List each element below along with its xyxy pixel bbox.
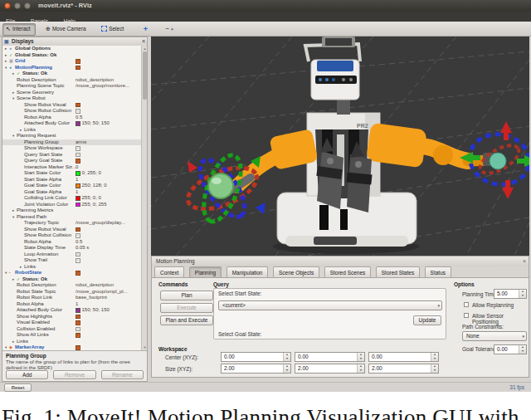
size-z-spinbox[interactable]: 2.00▲▼ (368, 364, 439, 374)
tree-row[interactable]: Show All Links✓ (2, 332, 141, 339)
spinner-arrows-icon[interactable]: ▲▼ (283, 353, 290, 361)
checkbox-checked[interactable]: ✓ (76, 103, 80, 108)
tree-row[interactable]: ▸Scene Geometry (2, 90, 141, 96)
tree-row[interactable]: Goal State Color250; 128; 0 (2, 183, 141, 189)
tree-row[interactable]: Start State Color0; 255; 0 (2, 170, 141, 177)
tab-stored-states[interactable]: Stored States (376, 266, 420, 277)
tree-row[interactable]: ▸✓Status: Ok (2, 276, 141, 283)
tree-row[interactable]: ▾●MotionPlanning✓ (2, 65, 141, 71)
tree-row[interactable]: Attached Body Color150; 50; 150 (2, 307, 141, 314)
center-z-spinbox[interactable]: 0.00▲▼ (368, 352, 439, 362)
tool-move-camera[interactable]: ⊕Move Camera (42, 23, 91, 36)
tree-row[interactable]: ▾Scene Robot (2, 95, 141, 102)
tab-context[interactable]: Context (154, 266, 184, 277)
checkbox-checked[interactable]: ✓ (76, 66, 80, 71)
goal-tolerance-spinbox[interactable]: 0.00▲▼ (494, 344, 527, 354)
tab-manipulation[interactable]: Manipulation (227, 266, 269, 277)
checkbox-checked[interactable]: ✓ (76, 159, 80, 164)
start-state-combo[interactable]: <current>▾ (218, 300, 442, 310)
plan-and-execute-button[interactable]: Plan and Execute (160, 315, 213, 325)
tab-scene-objects[interactable]: Scene Objects (273, 266, 319, 277)
checkbox-checked[interactable]: ✓ (76, 345, 80, 350)
tree-row[interactable]: Start State Alpha1 (2, 177, 141, 183)
checkbox-checked[interactable]: ✓ (76, 315, 80, 320)
checkbox-unchecked[interactable]: – (76, 109, 80, 114)
window-maximize-button[interactable] (24, 2, 31, 9)
tree-row[interactable]: Robot Alpha0.5 (2, 115, 141, 121)
checkbox-checked[interactable]: ✓ (76, 333, 80, 338)
tree-row[interactable]: Show Robot Visual✓ (2, 227, 141, 233)
checkbox-checked[interactable]: ✓ (76, 320, 80, 325)
tree-row[interactable]: Show Highlights✓ (2, 314, 141, 320)
tree-row[interactable]: Show Workspace– (2, 145, 141, 152)
3d-viewport[interactable]: PR2 (151, 37, 529, 256)
spinner-arrows-icon[interactable]: ▲▼ (519, 345, 526, 354)
tree-row[interactable]: ▸Links (2, 264, 141, 271)
tree-row[interactable]: Query Goal State✓ (2, 158, 141, 164)
spinner-arrows-icon[interactable]: ▲▼ (357, 364, 364, 373)
tree-row[interactable]: Show Trail– (2, 257, 141, 264)
tab-planning[interactable]: Planning (189, 266, 222, 277)
tree-row[interactable]: ▸▦Grid✓ (2, 58, 141, 65)
tree-row[interactable]: State Display Time0.05 s (2, 245, 141, 252)
add-display-button[interactable]: Add (6, 370, 48, 379)
spinner-arrows-icon[interactable]: ▲▼ (519, 290, 526, 298)
tree-row[interactable]: Show Robot Collision– (2, 108, 141, 115)
panel-close-icon[interactable]: × (523, 256, 526, 266)
size-x-spinbox[interactable]: 2.00▲▼ (221, 364, 291, 374)
tree-row[interactable]: ▸Links (2, 339, 141, 345)
checkbox-checked[interactable]: ✓ (76, 59, 80, 64)
tree-row[interactable]: Robot State Topic/move_group/ompl_pl... (2, 289, 141, 295)
tree-row[interactable]: Loop Animation– (2, 252, 141, 258)
checkbox-checked[interactable]: ✓ (76, 227, 80, 232)
tree-row[interactable]: Robot Root Linkbase_footprint (2, 295, 141, 301)
tool-interact[interactable]: ↖Interact (2, 23, 36, 36)
window-close-button[interactable] (4, 2, 11, 9)
allow-sensor-positioning-checkbox[interactable] (464, 313, 469, 318)
checkbox-unchecked[interactable]: – (76, 153, 80, 158)
tree-row[interactable]: Robot Alpha0.5 (2, 239, 141, 246)
tree-row[interactable]: ▸✓Global Status: Ok (2, 52, 141, 59)
spinner-arrows-icon[interactable]: ▲▼ (357, 353, 364, 361)
tree-row[interactable]: Trajectory Topic/move_group/display... (2, 220, 141, 227)
tree-row[interactable]: Joint Violation Color255; 0; 255 (2, 202, 141, 208)
displays-scrollbar[interactable]: ▲ ▼ (141, 46, 147, 350)
tree-row[interactable]: Robot Alpha1 (2, 301, 141, 308)
scroll-down-icon[interactable]: ▼ (142, 344, 148, 350)
checkbox-unchecked[interactable]: – (76, 233, 80, 238)
tree-row[interactable]: Colliding Link Color255; 0; 0 (2, 195, 141, 202)
execute-button[interactable]: Execute (160, 303, 213, 313)
rename-display-button[interactable]: Rename (101, 370, 144, 379)
tree-row[interactable]: ▸✓Status: Ok (2, 71, 141, 77)
checkbox-unchecked[interactable]: – (76, 146, 80, 151)
tree-row[interactable]: Robot Descriptionrobot_description (2, 77, 141, 84)
path-constraints-combo[interactable]: None▾ (462, 331, 527, 341)
tree-row[interactable]: Planning Scene Topic/move_group/monitore… (2, 83, 141, 90)
remove-tool-button[interactable]: − ▾ (162, 23, 178, 36)
spinner-arrows-icon[interactable]: ▲▼ (431, 353, 438, 361)
tree-row[interactable]: Goal State Alpha1 (2, 189, 141, 196)
tree-row[interactable]: Show Robot Visual✓ (2, 102, 141, 109)
tree-row[interactable]: ▾Planning Request (2, 133, 141, 139)
allow-replanning-checkbox[interactable] (464, 302, 469, 307)
tree-row[interactable]: Visual Enabled✓ (2, 320, 141, 326)
plan-button[interactable]: Plan (160, 291, 213, 300)
planning-time-spinbox[interactable]: 5.00▲▼ (494, 289, 527, 299)
tree-row[interactable]: Planning Grouparms (2, 139, 141, 146)
tab-stored-scenes[interactable]: Stored Scenes (324, 266, 372, 277)
center-x-spinbox[interactable]: 0.00▲▼ (221, 352, 291, 362)
tree-row[interactable]: Interactive Marker Siz...0 (2, 164, 141, 171)
checkbox-unchecked[interactable]: – (76, 327, 80, 332)
tree-row[interactable]: ▸Planning Metrics (2, 208, 141, 214)
spinner-arrows-icon[interactable]: ▲▼ (431, 364, 438, 373)
tree-row[interactable]: ▸●Global Options (2, 46, 141, 52)
tree-row[interactable]: Robot Descriptionrobot_description (2, 282, 141, 289)
size-y-spinbox[interactable]: 2.00▲▼ (295, 364, 365, 374)
checkbox-checked[interactable]: ✓ (76, 271, 80, 276)
tree-row[interactable]: Collision Enabled– (2, 326, 141, 333)
tree-row[interactable]: ▾Planned Path (2, 214, 141, 221)
tree-row[interactable]: ▸Links (2, 127, 141, 134)
add-tool-button[interactable]: + (140, 23, 153, 36)
tool-select[interactable]: Select (98, 23, 129, 36)
tree-row[interactable]: ▾▪RobotState✓ (2, 270, 141, 276)
